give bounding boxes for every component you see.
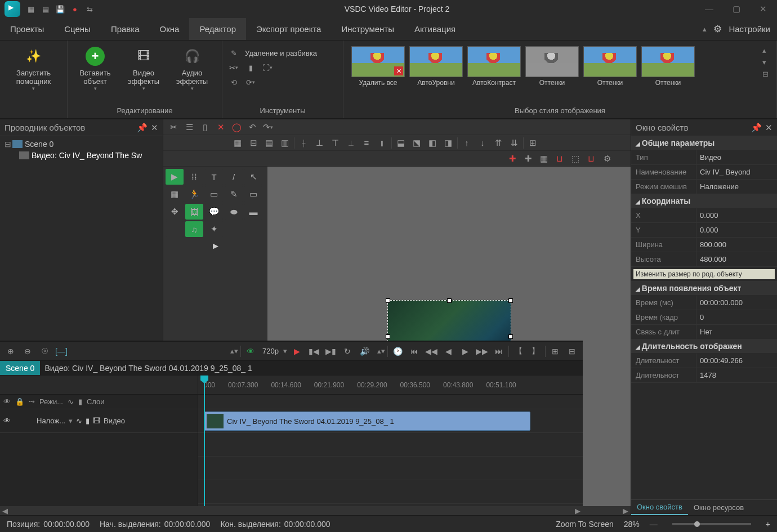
style-thumb[interactable]: Удалить все <box>351 46 405 87</box>
text2-tool-icon[interactable]: ▭ <box>205 186 223 202</box>
delete-tb-icon[interactable]: ✕ <box>214 121 227 133</box>
move-tool-icon[interactable]: ✥ <box>166 204 184 220</box>
split-label[interactable]: Удаление и разбивка <box>245 49 317 57</box>
tab-resources[interactable]: Окно ресурсов <box>688 500 749 515</box>
track-eye-icon[interactable]: 👁 <box>3 417 11 425</box>
line-tool-icon[interactable]: / <box>225 169 243 185</box>
mark-in-icon[interactable]: 【 <box>511 345 526 358</box>
lock-icon[interactable]: 🔒 <box>15 397 24 406</box>
marker1-icon[interactable]: ✚ <box>506 153 519 165</box>
zoom-range-icon[interactable]: [—] <box>54 345 69 358</box>
shape-tool-icon[interactable]: ⬬ <box>225 204 243 220</box>
loop-icon[interactable]: ↻ <box>340 345 355 358</box>
image-tool-icon[interactable]: 🖼 <box>185 204 203 220</box>
pin-icon[interactable]: 📌 <box>137 123 148 133</box>
al5-icon[interactable]: ⟊ <box>297 137 310 149</box>
sec-coords[interactable]: Координаты <box>631 194 777 208</box>
style-thumb[interactable]: АвтоКонтраст <box>467 46 521 87</box>
qat-open-icon[interactable]: ▤ <box>41 4 51 14</box>
snap3-icon[interactable]: ⊔ <box>584 153 598 165</box>
gear2-icon[interactable]: ⚙ <box>600 153 614 165</box>
close-panel-icon[interactable]: ✕ <box>151 123 158 133</box>
stop-tb-icon[interactable]: ◯ <box>230 121 243 133</box>
al10-icon[interactable]: ⫿ <box>376 137 389 149</box>
undo-tb-icon[interactable]: ↶ <box>245 121 259 133</box>
next-icon[interactable]: ▶▶ <box>475 345 489 358</box>
style-thumb[interactable]: Оттенки <box>583 46 637 87</box>
video-effects-button[interactable]: 🎞 Видео эффекты <box>122 44 166 93</box>
props-pin-icon[interactable]: 📌 <box>751 123 762 133</box>
align2-icon[interactable]: ⊟ <box>247 137 260 149</box>
qat-save-icon[interactable]: 💾 <box>55 4 65 14</box>
volume-icon[interactable]: 🔊 <box>357 345 372 358</box>
vline-icon[interactable]: ▮ <box>78 397 82 406</box>
menu-activation[interactable]: Активация <box>404 18 466 40</box>
prop-durf-v[interactable]: 1478 <box>696 368 777 382</box>
thumbs-more-icon[interactable]: ⊟ <box>762 70 769 78</box>
style-thumb[interactable]: Оттенки <box>525 46 579 87</box>
resize-handle-ml[interactable] <box>386 334 390 339</box>
sz2-icon[interactable]: ⬔ <box>410 137 423 149</box>
sec-time[interactable]: Время появления объект <box>631 281 777 296</box>
rotate90-icon[interactable]: ⟲ <box>228 77 239 88</box>
rect2-tool-icon[interactable]: ▬ <box>244 204 262 220</box>
menu-editor[interactable]: Редактор <box>189 18 246 40</box>
menu-chevron-icon[interactable]: ▴ <box>703 25 707 33</box>
rect-tool-icon[interactable]: ▭ <box>244 186 262 202</box>
rotate-icon[interactable]: ⟳ <box>245 77 256 88</box>
play-icon[interactable]: ▶ <box>289 345 304 358</box>
ar2-icon[interactable]: ↓ <box>476 137 489 149</box>
copy-tb-icon[interactable]: ▯ <box>198 121 212 133</box>
prop-type-v[interactable]: Видео <box>696 150 777 164</box>
ar1-icon[interactable]: ↑ <box>460 137 474 149</box>
minimize-button[interactable]: — <box>699 3 719 15</box>
bubble-tool-icon[interactable]: 💬 <box>205 204 223 220</box>
expand-tools-icon[interactable]: ▶ <box>166 242 265 250</box>
wizard-button[interactable]: ✨ Запустить помощник <box>6 44 61 93</box>
al8-icon[interactable]: ⟂ <box>344 137 358 149</box>
bc-path[interactable]: Видео: Civ IV_ Beyond The Sword 04.01.20… <box>40 364 256 373</box>
thumbs-down-icon[interactable]: ▾ <box>762 58 769 66</box>
pen-tool-icon[interactable]: ✎ <box>225 186 243 202</box>
align3-icon[interactable]: ▤ <box>262 137 276 149</box>
prop-dur-v[interactable]: 00:00:49.266 <box>696 354 777 368</box>
run-tool-icon[interactable]: 🏃 <box>185 186 203 202</box>
frame-fwd-icon[interactable]: ▶▮ <box>323 345 338 358</box>
marker2-icon[interactable]: ✚ <box>521 153 535 165</box>
zoom-out-icon[interactable]: ⊖ <box>20 345 35 358</box>
audio-icon[interactable]: ∿ <box>68 397 74 406</box>
menu-tools[interactable]: Инструменты <box>331 18 404 40</box>
tab-props[interactable]: Окно свойств <box>631 500 688 515</box>
razor-icon[interactable]: ▮ <box>245 62 256 73</box>
grid-tb-icon[interactable]: ▦ <box>537 153 551 165</box>
sb-zoom-mode[interactable]: Zoom To Screen <box>556 520 613 529</box>
style-thumb[interactable]: Оттенки <box>641 46 695 87</box>
prop-name-v[interactable]: Civ IV_ Beyond <box>696 165 777 179</box>
close-button[interactable]: ✕ <box>754 3 772 15</box>
resize-handle-mr[interactable] <box>508 334 513 339</box>
crop-icon[interactable]: ⛶ <box>262 62 273 73</box>
timeline-scroll[interactable]: ◀▶ <box>0 506 583 515</box>
tree-scene[interactable]: ⊟ Scene 0 <box>2 138 160 150</box>
al6-icon[interactable]: ⊥ <box>312 137 326 149</box>
redo-tb-icon[interactable]: ↷ <box>261 121 275 133</box>
mark-out-icon[interactable]: 】 <box>528 345 543 358</box>
clock-icon[interactable]: 🕐 <box>390 345 405 358</box>
prop-h-v[interactable]: 480.000 <box>696 252 777 266</box>
track-wave-icon[interactable]: ∿ <box>76 417 82 425</box>
al7-icon[interactable]: ⊤ <box>328 137 342 149</box>
menu-scenes[interactable]: Сцены <box>54 18 101 40</box>
video-clip[interactable]: Civ IV_ Beyond The Sword 04.01.2019 9_25… <box>204 412 530 431</box>
settings-gear-icon[interactable]: ⚙ <box>713 23 722 35</box>
grp-icon[interactable]: ⊞ <box>526 137 539 149</box>
text-tool-icon[interactable]: T <box>205 169 223 185</box>
thumbs-up-icon[interactable]: ▴ <box>762 46 769 55</box>
preview-eye-icon[interactable]: 👁 <box>243 345 258 358</box>
sec-general[interactable]: Общие параметры <box>631 136 777 150</box>
timeline-ruler[interactable]: 00000:07.30000:14.60000:21.90000:29.2000… <box>198 375 583 395</box>
zoom-slider[interactable] <box>672 523 751 525</box>
frame-back-icon[interactable]: ▮◀ <box>306 345 321 358</box>
style-thumb[interactable]: АвтоУровни <box>409 46 463 87</box>
resize-parent-button[interactable]: Изменить размер по род. объекту <box>633 269 775 279</box>
snap2-icon[interactable]: ⬚ <box>569 153 582 165</box>
